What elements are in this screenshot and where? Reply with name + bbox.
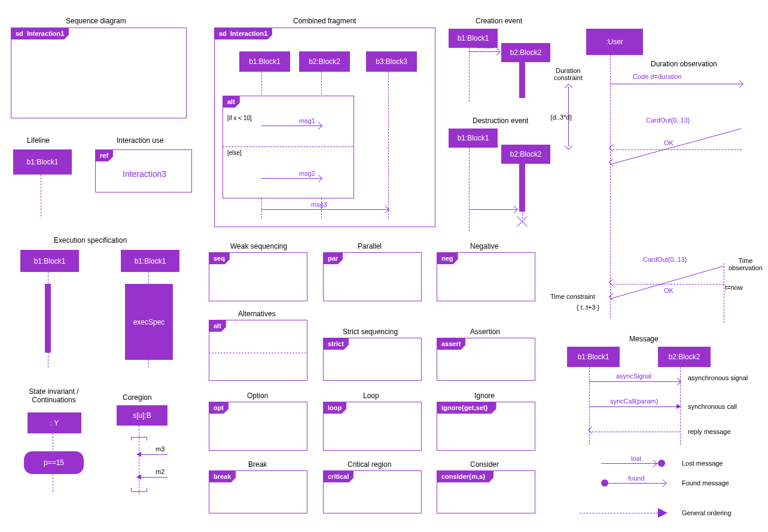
creation-exec (519, 62, 525, 98)
frag-loop: loop (323, 402, 422, 451)
sd-tag: sd Interaction1 (11, 27, 69, 39)
duration-code: Code d=duration (633, 73, 682, 80)
frag-neg: neg (437, 252, 535, 301)
title-assertion: Assertion (470, 328, 500, 336)
title-strict: Strict sequencing (343, 328, 398, 336)
lifeline-dash (41, 175, 41, 216)
title-loop: Loop (363, 392, 379, 400)
title-consider: Consider (470, 460, 499, 469)
creation-b2: b2:Block2 (501, 43, 550, 62)
title-ignore: Ignore (474, 392, 495, 400)
frag-par: par (323, 252, 422, 301)
destr-b1: b1:Block1 (449, 129, 498, 148)
title-lifeline: Lifeline (27, 136, 50, 145)
alt-cond1: [if x < 10] (227, 115, 252, 121)
cf-b2: b2:Block2 (299, 51, 350, 72)
state-p: p==15 (24, 451, 84, 474)
create-msg: create (477, 43, 494, 50)
exec-spec-label-bar: execSpec (125, 284, 173, 360)
exec-b1: b1:Block1 (20, 250, 79, 272)
coregion-m2: m2 (156, 468, 164, 475)
msg-b1: b1:Block1 (567, 347, 620, 367)
found-dot (601, 479, 608, 487)
title-option: Option (247, 392, 268, 400)
title-creation: Creation event (476, 17, 522, 25)
duration-cardout: CardOut{0..13} (646, 117, 690, 124)
msg-async-lbl: asynchronous signal (688, 374, 754, 381)
frag-consider: consider{m,s} (437, 470, 535, 513)
msg-sync-lbl: synchronous call (688, 403, 737, 410)
exec-b2: b1:Block1 (121, 250, 179, 272)
coregion-block: s[u]:B (117, 405, 167, 426)
alt-fragment: alt (223, 96, 354, 198)
title-critical: Critical region (348, 460, 391, 469)
msg-b2: b2:Block2 (658, 347, 711, 367)
title-time-con: Time constraint (550, 293, 595, 300)
msg-lost-lbl: Lost message (682, 460, 723, 467)
frag-seq: seq (209, 252, 307, 301)
title-destruction: Destruction event (473, 117, 528, 125)
frag-ignore: ignore{get,set} (437, 402, 535, 451)
destr-b2: b2:Block2 (501, 145, 550, 164)
duration-ok: OK (664, 139, 673, 146)
user-block: :User (586, 29, 643, 55)
frag-alt: alt (209, 320, 307, 381)
lost-dot (658, 460, 665, 467)
frag-assert: assert (437, 338, 535, 381)
ref-tag: ref (95, 149, 113, 161)
title-time-obs: Time observation (729, 257, 763, 271)
cf-tag: sd Interaction1 (214, 27, 272, 39)
msg-async: asyncSignal (616, 372, 651, 380)
interaction-use-box: ref Interaction3 (95, 149, 192, 192)
msg-found: found (628, 475, 645, 482)
exec-bar1 (45, 284, 51, 353)
general-arrow (658, 508, 668, 518)
sequence-diagram-box: sd Interaction1 (11, 27, 187, 118)
coregion-m3: m3 (156, 445, 164, 452)
title-combined-fragment: Combined fragment (293, 17, 356, 25)
cf-b3: b3:Block3 (366, 51, 417, 72)
cf-msg1: msg1 (299, 117, 315, 124)
lifeline-block: b1:Block1 (13, 149, 72, 175)
alt-tag: alt (223, 96, 240, 108)
title-duration-obs: Duration observation (651, 60, 717, 68)
frag-opt: opt (209, 402, 307, 451)
msg-lost: lost (631, 455, 641, 462)
msg-sync: syncCall(param) (610, 398, 658, 405)
title-parallel: Parallel (358, 242, 382, 250)
time-cardout: CardOut{0..13} (643, 256, 687, 263)
msg-general-lbl: General ordering (682, 509, 732, 516)
frag-break: break (209, 470, 307, 513)
cf-b1: b1:Block1 (239, 51, 290, 72)
title-interaction-use: Interaction use (117, 136, 164, 145)
svg-line-0 (610, 129, 742, 164)
frag-strict: strict (323, 338, 422, 381)
time-tnow: t=now (725, 284, 743, 291)
title-coregion: Coregion (123, 393, 152, 402)
state-y: : Y (28, 412, 81, 433)
title-weak-seq: Weak sequencing (230, 242, 287, 250)
title-duration-con: Duration constraint (554, 67, 583, 81)
title-break: Break (248, 460, 267, 469)
destruction-x (515, 214, 529, 228)
cf-msg2: msg2 (299, 170, 315, 177)
title-negative: Negative (470, 242, 498, 250)
destr-exec (519, 164, 525, 212)
title-message: Message (629, 335, 659, 343)
title-state-invariant: State invariant / Continuations (21, 387, 87, 404)
duration-constraint: {d..3*d} (550, 114, 572, 121)
alt-cond2: [else] (227, 149, 242, 156)
title-sequence-diagram: Sequence diagram (66, 17, 126, 25)
frag-critical: critical (323, 470, 422, 513)
msg-found-lbl: Found message (682, 479, 729, 487)
cf-msg3: msg3 (311, 201, 327, 208)
title-exec-spec: Execution specification (54, 236, 127, 244)
time-constraint: { t..t+3 } (577, 304, 599, 311)
interaction-use-name: Interaction3 (123, 169, 166, 179)
title-alternatives: Alternatives (238, 310, 276, 318)
time-ok: OK (664, 287, 673, 294)
msg-reply-lbl: reply message (688, 428, 731, 435)
